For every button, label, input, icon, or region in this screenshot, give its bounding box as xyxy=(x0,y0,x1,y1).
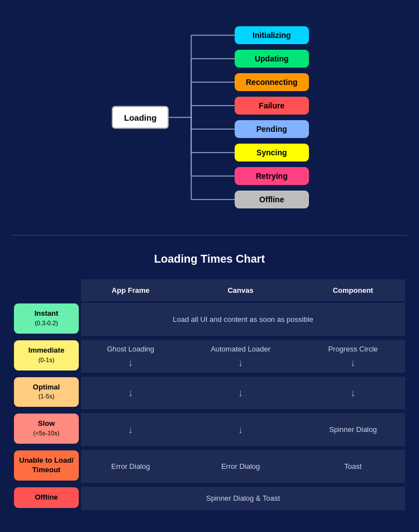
states-column: InitializingUpdatingReconnectingFailureP… xyxy=(235,26,309,208)
row-label: Offline xyxy=(14,487,79,508)
cell-text: Ghost Loading xyxy=(81,345,180,353)
row-label-cell: Optimal(1-5s) xyxy=(14,375,81,410)
row-label: Optimal(1-5s) xyxy=(14,377,79,407)
data-cell: ↓ xyxy=(81,375,180,410)
chart-title: Loading Times Chart xyxy=(14,253,405,265)
chart-row: Immediate(0-1s)Ghost Loading↓Automated L… xyxy=(14,338,405,373)
chart-section: Loading Times Chart App Frame Canvas Com… xyxy=(0,236,419,532)
data-cell: ↓ xyxy=(81,411,180,446)
row-label: Unable to Load/Timeout xyxy=(14,450,79,481)
col-header-app-frame: App Frame xyxy=(81,279,180,301)
row-label-cell: Offline xyxy=(14,485,81,510)
chart-table: App Frame Canvas Component Instant(0.3-0… xyxy=(14,279,405,512)
loading-label: Loading xyxy=(124,113,156,122)
diagram-section: Loading InitializingUpdatingReconnecting… xyxy=(0,0,419,235)
arrow-icon: ↓ xyxy=(180,358,301,368)
merged-cell: Load all UI and content as soon as possi… xyxy=(81,301,405,336)
arrow-icon: ↓ xyxy=(81,388,180,398)
connector-lines xyxy=(11,17,408,218)
arrow-icon: ↓ xyxy=(301,388,405,398)
row-label-cell: Immediate(0-1s) xyxy=(14,338,81,373)
data-cell: ↓ xyxy=(180,375,301,410)
merged-cell: Spinner Dialog & Toast xyxy=(81,485,405,510)
chart-row: OfflineSpinner Dialog & Toast xyxy=(14,485,405,510)
state-badge-retrying: Retrying xyxy=(235,167,309,185)
loading-node: Loading xyxy=(112,106,169,129)
arrow-icon: ↓ xyxy=(81,425,180,435)
row-label-cell: Instant(0.3-0.2) xyxy=(14,301,81,336)
row-label-cell: Slow(<5s-10s) xyxy=(14,411,81,446)
data-cell: ↓ xyxy=(180,411,301,446)
state-badge-updating: Updating xyxy=(235,50,309,68)
data-cell: Automated Loader↓ xyxy=(180,338,301,373)
state-badge-offline: Offline xyxy=(235,191,309,208)
chart-header-row: App Frame Canvas Component xyxy=(14,279,405,301)
arrow-icon: ↓ xyxy=(81,358,180,368)
chart-row: Optimal(1-5s)↓↓↓ xyxy=(14,375,405,410)
data-cell: Progress Circle↓ xyxy=(301,338,405,373)
data-cell: Toast xyxy=(301,448,405,483)
row-label: Immediate(0-1s) xyxy=(14,340,79,370)
cell-text: Progress Circle xyxy=(301,345,405,353)
diagram-container: Loading InitializingUpdatingReconnecting… xyxy=(11,17,408,218)
data-cell: Ghost Loading↓ xyxy=(81,338,180,373)
state-badge-failure: Failure xyxy=(235,97,309,115)
col-header-component: Component xyxy=(301,279,405,301)
row-label: Instant(0.3-0.2) xyxy=(14,303,79,334)
arrow-icon: ↓ xyxy=(301,358,405,368)
state-badge-syncing: Syncing xyxy=(235,144,309,162)
row-label-cell: Unable to Load/Timeout xyxy=(14,448,81,483)
state-badge-pending: Pending xyxy=(235,120,309,138)
arrow-icon: ↓ xyxy=(180,425,301,435)
data-cell: Spinner Dialog xyxy=(301,411,405,446)
state-badge-initializing: Initializing xyxy=(235,26,309,44)
col-header-canvas: Canvas xyxy=(180,279,301,301)
chart-row: Instant(0.3-0.2)Load all UI and content … xyxy=(14,301,405,336)
chart-row: Unable to Load/TimeoutError DialogError … xyxy=(14,448,405,483)
data-cell: Error Dialog xyxy=(81,448,180,483)
state-badge-reconnecting: Reconnecting xyxy=(235,73,309,91)
chart-row: Slow(<5s-10s)↓↓Spinner Dialog xyxy=(14,411,405,446)
data-cell: ↓ xyxy=(301,375,405,410)
row-label: Slow(<5s-10s) xyxy=(14,414,79,444)
arrow-icon: ↓ xyxy=(180,388,301,398)
col-header-empty xyxy=(14,279,81,301)
data-cell: Error Dialog xyxy=(180,448,301,483)
cell-text: Automated Loader xyxy=(180,345,301,353)
